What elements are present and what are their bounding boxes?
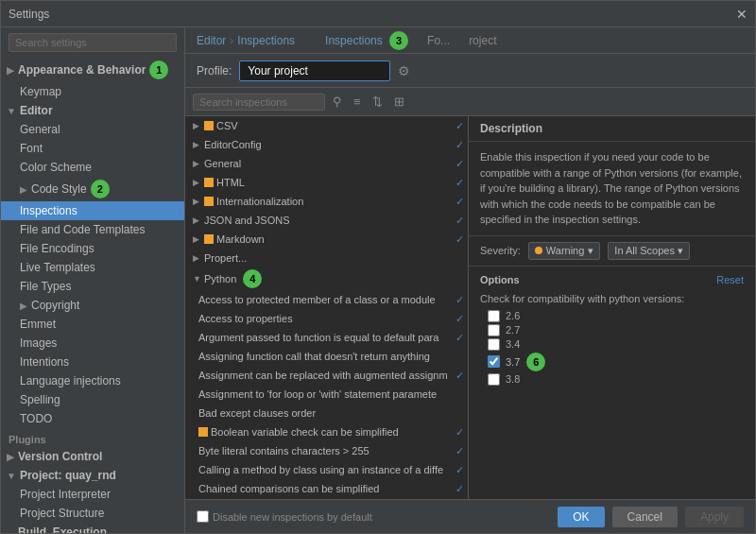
sidebar-item-font[interactable]: Font (1, 139, 184, 158)
tree-item-html[interactable]: ▶ HTML ✓ (185, 173, 468, 192)
severity-select[interactable]: Warning ▾ (528, 242, 601, 260)
breadcrumb: Editor › Inspections Inspections 3 Fo...… (185, 27, 755, 54)
ok-button[interactable]: OK (558, 507, 604, 527)
sidebar-item-versioncontrol[interactable]: ▶ Version Control (1, 447, 184, 466)
version-item-38: 3.8 (488, 373, 744, 386)
tree-item-calling-method[interactable]: Calling a method by class using an insta… (185, 460, 468, 479)
sidebar-label: File Encodings (20, 242, 94, 255)
tree-item-property[interactable]: ▶ Propert... (185, 249, 468, 267)
sidebar-item-images[interactable]: Images (1, 334, 184, 353)
sidebar-item-appearance[interactable]: ▶ Appearance & Behavior 1 (1, 58, 184, 82)
sidebar-label: Keymap (20, 85, 61, 98)
version-checkbox-34[interactable] (488, 338, 500, 351)
check-icon: ✓ (455, 445, 464, 457)
badge-3: 3 (389, 31, 408, 50)
sidebar-item-filetypes[interactable]: File Types (1, 277, 184, 296)
sidebar-label: Code Style (31, 182, 87, 196)
tree-item-markdown[interactable]: ▶ Markdown ✓ (185, 230, 468, 249)
main-panel: Editor › Inspections Inspections 3 Fo...… (185, 27, 755, 533)
tree-item-editorconfig[interactable]: ▶ EditorConfig ✓ (185, 135, 468, 154)
tree-item-internationalization[interactable]: ▶ Internationalization ✓ (185, 192, 468, 211)
inspections-toolbar: ⚲ ≡ ⇅ ⊞ (185, 88, 755, 116)
check-icon: ✓ (455, 215, 464, 227)
disable-inspections-checkbox[interactable] (197, 510, 209, 523)
sidebar-item-keymap[interactable]: Keymap (1, 82, 184, 101)
close-button[interactable]: ✕ (736, 7, 747, 22)
version-checkbox-27[interactable] (488, 324, 500, 336)
sidebar-item-todo[interactable]: TODO (1, 409, 184, 428)
tree-item-assign-func[interactable]: Assigning function call that doesn't ret… (185, 347, 468, 366)
filter-button[interactable]: ⚲ (329, 93, 346, 111)
sidebar-item-codestyle[interactable]: ▶ Code Style 2 (1, 177, 184, 201)
version-checkbox-38[interactable] (488, 373, 500, 386)
inspections-search-input[interactable] (193, 94, 325, 111)
tree-item-assign-augmented[interactable]: Assignment can be replaced with augmente… (185, 366, 468, 385)
sidebar-item-spelling[interactable]: Spelling (1, 390, 184, 409)
tree-item-byte-literal[interactable]: Byte literal contains characters > 255 ✓ (185, 441, 468, 460)
sidebar-item-colorscheme[interactable]: Color Scheme (1, 158, 184, 177)
breadcrumb-inspections[interactable]: Inspections (237, 34, 295, 47)
cancel-button[interactable]: Cancel (612, 507, 678, 527)
sidebar-item-copyright[interactable]: ▶ Copyright (1, 296, 184, 315)
tree-item-general[interactable]: ▶ General ✓ (185, 154, 468, 173)
split-pane: ▶ CSV ✓ ▶ EditorConfig ✓ ▶ General ✓ (185, 116, 755, 499)
tree-item-json[interactable]: ▶ JSON and JSONS ✓ (185, 211, 468, 230)
version-item-34: 3.4 (488, 338, 744, 351)
gear-icon[interactable]: ⚙ (398, 63, 410, 78)
sidebar-label: Live Templates (20, 261, 95, 274)
tree-label: Boolean variable check can be simplified (211, 426, 453, 438)
profile-input[interactable] (239, 60, 390, 81)
check-icon: ✓ (455, 464, 464, 476)
sidebar-item-projectinterpreter[interactable]: Project Interpreter (1, 485, 184, 504)
check-icon: ✓ (455, 313, 464, 325)
collapse-button[interactable]: ⇅ (369, 93, 387, 111)
sidebar-item-livetemplates[interactable]: Live Templates (1, 258, 184, 277)
tree-item-bool-simplify[interactable]: Boolean variable check can be simplified… (185, 422, 468, 441)
sidebar-item-emmet[interactable]: Emmet (1, 315, 184, 334)
tree-item-access-protected[interactable]: Access to protected member of a class or… (185, 290, 468, 309)
sidebar-item-editor[interactable]: ▼ Editor (1, 101, 184, 120)
sidebar-item-project[interactable]: ▼ Project: quay_rnd (1, 466, 184, 485)
sidebar-label: Project: quay_rnd (20, 469, 116, 482)
reset-button[interactable]: Reset (716, 274, 744, 285)
breadcrumb-editor[interactable]: Editor (197, 34, 226, 47)
tree-item-arg-equal[interactable]: Argument passed to function is equal to … (185, 328, 468, 347)
sidebar-label: Color Scheme (20, 161, 92, 174)
sidebar-item-general[interactable]: General (1, 120, 184, 139)
version-grid: 2.6 2.7 3.4 (480, 310, 744, 386)
sidebar-item-build[interactable]: ▶ Build, Execution, Deployment (1, 523, 184, 533)
settings-button[interactable]: ⊞ (390, 93, 408, 111)
bottom-bar: Disable new inspections by default OK Ca… (185, 499, 755, 533)
scope-value: In All Scopes (614, 245, 675, 256)
sidebar-item-intentions[interactable]: Intentions (1, 353, 184, 371)
tree-item-chained[interactable]: Chained comparisons can be simplified ✓ (185, 479, 468, 498)
tree-item-assign-for[interactable]: Assignment to 'for loop or 'with' statem… (185, 385, 468, 404)
scope-select[interactable]: In All Scopes ▾ (608, 242, 690, 260)
sidebar-search-input[interactable] (9, 33, 177, 52)
sidebar-item-projectstructure[interactable]: Project Structure (1, 504, 184, 523)
apply-button[interactable]: Apply (685, 507, 744, 527)
options-header: Options Reset (480, 274, 744, 285)
badge-6: 6 (526, 353, 545, 371)
tree-item-bad-except[interactable]: Bad except clauses order (185, 404, 468, 422)
check-icon: ✓ (455, 332, 464, 344)
tab-font[interactable]: Fo... (420, 32, 457, 49)
plugins-label: Plugins (9, 434, 46, 445)
sidebar-label: Font (20, 142, 43, 155)
tree-item-python[interactable]: ▼ Python 4 (185, 267, 468, 290)
arrow-icon: ▶ (193, 121, 202, 130)
tree-label: Propert... (204, 252, 464, 264)
tab-project[interactable]: roject (461, 32, 504, 49)
version-checkbox-26[interactable] (488, 310, 500, 322)
tab-inspections[interactable]: Inspections 3 (318, 29, 416, 52)
sidebar-item-inspections[interactable]: Inspections (1, 201, 184, 220)
version-label: 2.6 (506, 310, 520, 321)
tree-item-csv[interactable]: ▶ CSV ✓ (185, 116, 468, 135)
sidebar-item-fileandcode[interactable]: File and Code Templates (1, 220, 184, 239)
warning-indicator (204, 121, 214, 130)
sidebar-item-fileencodings[interactable]: File Encodings (1, 239, 184, 258)
tree-item-access-prop[interactable]: Access to properties ✓ (185, 309, 468, 328)
expand-button[interactable]: ≡ (350, 93, 365, 111)
sidebar-item-langinjections[interactable]: Language injections (1, 371, 184, 390)
version-checkbox-37[interactable] (488, 355, 500, 368)
